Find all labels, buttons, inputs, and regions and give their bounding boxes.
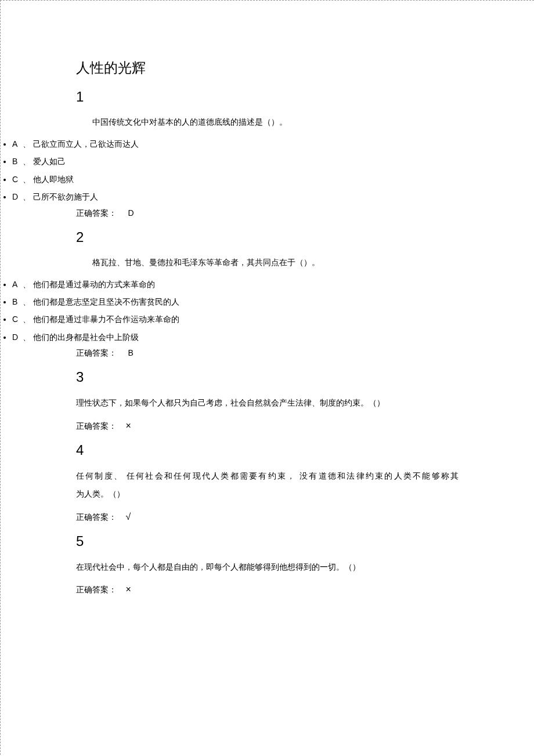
list-item: D、己所不欲勿施于人 [12, 190, 459, 204]
option-text: 己欲立而立人，己欲达而达人 [33, 140, 139, 149]
option-list: A、己欲立而立人，己欲达而达人 B、爱人如己 C、他人即地狱 D、己所不欲勿施于… [12, 138, 459, 204]
question-number: 5 [76, 533, 459, 549]
question-stem: 在现代社会中，每个人都是自由的，即每个人都能够得到他想得到的一切。（） [76, 559, 459, 577]
option-separator: 、 [23, 298, 31, 306]
page-title: 人性的光辉 [76, 59, 459, 77]
option-text: 他们都是意志坚定且坚决不伤害贫民的人 [33, 298, 179, 306]
stem-part: 没有道德和法律约束的人类不能够称其 [300, 472, 459, 480]
question-number: 4 [76, 442, 459, 458]
question-number: 1 [76, 89, 459, 105]
question-stem: 中国传统文化中对基本的人的道德底线的描述是（）。 [76, 114, 459, 131]
answer-line: 正确答案： D [76, 208, 459, 219]
option-separator: 、 [23, 157, 31, 166]
question-number: 3 [76, 369, 459, 385]
answer-label: 正确答案： [76, 209, 117, 218]
document-page: 人性的光辉 1 中国传统文化中对基本的人的道德底线的描述是（）。 A、己欲立而立… [0, 0, 534, 756]
option-label: B [12, 295, 23, 308]
question-stem: 任何制度、 任何社会和任何现代人类都需要有约束， 没有道德和法律约束的人类不能够… [76, 468, 459, 504]
list-item: D、他们的出身都是社会中上阶级 [12, 331, 459, 344]
list-item: A、他们都是通过暴动的方式来革命的 [12, 278, 459, 291]
answer-label: 正确答案： [76, 349, 117, 357]
answer-line: 正确答案： × [76, 584, 459, 595]
option-text: 他们的出身都是社会中上阶级 [33, 333, 139, 342]
right-mark-icon: √ [126, 512, 131, 522]
answer-line: 正确答案： B [76, 348, 459, 359]
option-text: 他们都是通过暴动的方式来革命的 [33, 280, 155, 289]
answer-line: 正确答案： × [76, 421, 459, 432]
wrong-mark-icon: × [126, 421, 131, 431]
answer-value: B [128, 348, 134, 357]
question-stem: 理性状态下，如果每个人都只为自己考虑，社会自然就会产生法律、制度的约束。（） [76, 395, 459, 413]
option-label: A [12, 278, 23, 291]
list-item: A、己欲立而立人，己欲达而达人 [12, 138, 459, 151]
option-text: 爱人如己 [33, 157, 66, 166]
list-item: C、他人即地狱 [12, 173, 459, 186]
answer-label: 正确答案： [76, 513, 117, 522]
option-separator: 、 [23, 193, 31, 201]
list-item: B、他们都是意志坚定且坚决不伤害贫民的人 [12, 295, 459, 309]
option-label: D [12, 190, 23, 203]
question-number: 2 [76, 229, 459, 245]
list-item: B、爱人如己 [12, 155, 459, 168]
answer-label: 正确答案： [76, 585, 117, 594]
option-list: A、他们都是通过暴动的方式来革命的 B、他们都是意志坚定且坚决不伤害贫民的人 C… [12, 278, 459, 345]
option-label: C [12, 173, 23, 186]
option-separator: 、 [23, 175, 31, 184]
option-separator: 、 [23, 140, 31, 149]
option-text: 他人即地狱 [33, 175, 74, 184]
stem-part: 为人类。（） [76, 486, 459, 504]
option-label: D [12, 331, 23, 343]
option-text: 己所不欲勿施于人 [33, 193, 98, 201]
option-separator: 、 [23, 333, 31, 342]
question-stem: 格瓦拉、甘地、曼德拉和毛泽东等革命者，其共同点在于（）。 [76, 255, 459, 271]
answer-line: 正确答案： √ [76, 512, 459, 523]
option-separator: 、 [23, 280, 31, 289]
stem-part: 任何制度、 任何社会和任何现代人类都需要有约束， [76, 472, 296, 480]
wrong-mark-icon: × [126, 584, 131, 594]
option-label: B [12, 155, 23, 168]
list-item: C、他们都是通过非暴力不合作运动来革命的 [12, 313, 459, 326]
option-label: A [12, 138, 23, 150]
answer-label: 正确答案： [76, 422, 117, 431]
option-text: 他们都是通过非暴力不合作运动来革命的 [33, 315, 179, 324]
option-label: C [12, 313, 23, 325]
option-separator: 、 [23, 315, 31, 324]
answer-value: D [128, 208, 134, 218]
